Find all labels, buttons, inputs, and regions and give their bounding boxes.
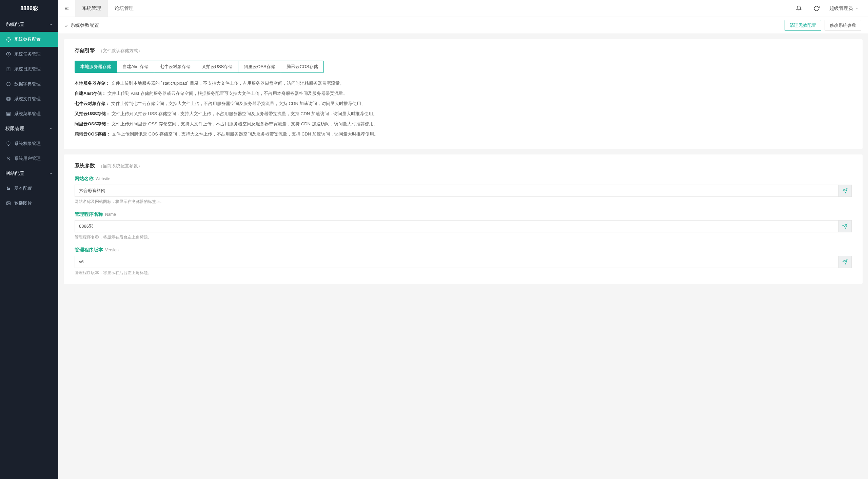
desc-label: 本地服务器存储： bbox=[75, 80, 110, 87]
sidebar-item-label: 系统权限管理 bbox=[14, 141, 41, 147]
storage-engine-card: 存储引擎 （文件默认存储方式） 本地服务器存储自建Alist存储七牛云对象存储又… bbox=[64, 39, 863, 149]
input-submit-button[interactable] bbox=[838, 185, 852, 197]
desc-label: 又拍云USS存储： bbox=[75, 110, 110, 118]
refresh-button[interactable] bbox=[809, 0, 824, 17]
svg-point-21 bbox=[7, 203, 8, 203]
nav-group-header[interactable]: 系统配置 bbox=[0, 17, 58, 32]
input-submit-button[interactable] bbox=[838, 256, 852, 268]
svg-rect-10 bbox=[7, 112, 11, 113]
sidebar-item[interactable]: 数据字典管理 bbox=[0, 77, 58, 91]
notifications-button[interactable] bbox=[791, 0, 806, 17]
nav-group-header[interactable]: 权限管理 bbox=[0, 121, 58, 136]
header-tab[interactable]: 系统管理 bbox=[75, 0, 108, 17]
storage-desc-row: 七牛云对象存储：文件上传到七牛云存储空间，支持大文件上传，不占用服务器空间及服务… bbox=[75, 100, 852, 107]
field-label-en: Name bbox=[105, 212, 116, 217]
user-menu[interactable]: 超级管理员 bbox=[827, 5, 861, 12]
nav-group-title: 权限管理 bbox=[5, 126, 24, 132]
field-label: 网站名称 bbox=[75, 176, 94, 181]
clock-icon bbox=[6, 52, 11, 57]
nav-group-title: 系统配置 bbox=[5, 21, 24, 27]
breadcrumb-current: 系统参数配置 bbox=[71, 22, 99, 28]
svg-rect-12 bbox=[7, 114, 11, 115]
field-help: 管理程序版本，将显示在后台左上角标题。 bbox=[75, 270, 852, 276]
sidebar: 8886彩 系统配置系统参数配置系统任务管理系统日志管理数据字典管理系统文件管理… bbox=[0, 0, 58, 479]
form-group: 管理程序版本Version管理程序版本，将显示在后台左上角标题。 bbox=[75, 247, 852, 276]
doc-icon bbox=[6, 67, 11, 71]
text-input[interactable] bbox=[75, 256, 838, 268]
sidebar-toggle[interactable] bbox=[58, 0, 75, 17]
text-input[interactable] bbox=[75, 220, 838, 232]
storage-subtitle: （文件默认存储方式） bbox=[98, 48, 142, 53]
sidebar-item[interactable]: 系统权限管理 bbox=[0, 136, 58, 151]
menu-icon bbox=[6, 111, 11, 116]
sidebar-item-label: 系统参数配置 bbox=[14, 36, 41, 42]
text-input[interactable] bbox=[75, 185, 838, 197]
desc-text: 文件上传到 Alist 存储的服务器或云存储空间，根据服务配置可支持大文件上传，… bbox=[107, 90, 348, 97]
send-icon bbox=[842, 188, 848, 193]
header: 系统管理论坛管理 超级管理员 bbox=[58, 0, 868, 17]
sidebar-item-label: 数据字典管理 bbox=[14, 81, 41, 87]
folder-icon bbox=[6, 97, 11, 101]
svg-rect-11 bbox=[7, 113, 11, 114]
chevron-up-icon bbox=[49, 127, 53, 131]
menu-collapse-icon bbox=[64, 6, 70, 11]
chevron-up-icon bbox=[49, 171, 53, 175]
sliders-icon bbox=[6, 186, 11, 191]
desc-text: 文件上传到又拍云 USS 存储空间，支持大文件上传，不占用服务器空间及服务器带宽… bbox=[112, 110, 377, 118]
storage-desc-row: 本地服务器存储：文件上传到本地服务器的 `static/upload` 目录，不… bbox=[75, 80, 852, 87]
input-submit-button[interactable] bbox=[838, 220, 852, 232]
breadcrumb-separator: » bbox=[65, 23, 68, 28]
form-group: 网站名称Website网站名称及网站图标，将显示在浏览器的标签上。 bbox=[75, 176, 852, 205]
desc-text: 文件上传到本地服务器的 `static/upload` 目录，不支持大文件上传，… bbox=[111, 80, 344, 87]
desc-text: 文件上传到七牛云存储空间，支持大文件上传，不占用服务器空间及服务器带宽流量，支持… bbox=[111, 100, 366, 107]
send-icon bbox=[842, 224, 848, 229]
sidebar-item[interactable]: 系统日志管理 bbox=[0, 62, 58, 77]
storage-engine-tab[interactable]: 自建Alist存储 bbox=[117, 61, 154, 72]
sidebar-item[interactable]: 轮播图片 bbox=[0, 196, 58, 211]
header-tab[interactable]: 论坛管理 bbox=[108, 0, 140, 17]
sidebar-item-label: 系统菜单管理 bbox=[14, 111, 41, 117]
desc-label: 阿里云OSS存储： bbox=[75, 120, 110, 128]
shield-icon bbox=[6, 141, 11, 146]
sidebar-item[interactable]: 基本配置 bbox=[0, 181, 58, 196]
storage-engine-tab[interactable]: 七牛云对象存储 bbox=[154, 61, 196, 72]
storage-engine-tab[interactable]: 腾讯云COS存储 bbox=[281, 61, 323, 72]
sidebar-item-label: 轮播图片 bbox=[14, 200, 32, 206]
sidebar-item-label: 系统任务管理 bbox=[14, 51, 41, 57]
brand-logo: 8886彩 bbox=[0, 0, 58, 17]
storage-engine-tab[interactable]: 阿里云OSS存储 bbox=[238, 61, 281, 72]
chevron-down-icon bbox=[855, 7, 859, 10]
nav-group-header[interactable]: 网站配置 bbox=[0, 166, 58, 181]
sidebar-item[interactable]: 系统菜单管理 bbox=[0, 106, 58, 121]
sidebar-item-label: 基本配置 bbox=[14, 185, 32, 191]
desc-label: 七牛云对象存储： bbox=[75, 100, 110, 107]
sidebar-item-label: 系统文件管理 bbox=[14, 96, 41, 102]
storage-desc-row: 自建Alist存储：文件上传到 Alist 存储的服务器或云存储空间，根据服务配… bbox=[75, 90, 852, 97]
storage-title: 存储引擎 bbox=[75, 47, 95, 53]
sidebar-item[interactable]: 系统文件管理 bbox=[0, 91, 58, 106]
field-label-en: Website bbox=[96, 176, 110, 181]
sidebar-item-label: 系统日志管理 bbox=[14, 66, 41, 72]
sidebar-item[interactable]: 系统任务管理 bbox=[0, 47, 58, 62]
field-help: 网站名称及网站图标，将显示在浏览器的标签上。 bbox=[75, 199, 852, 205]
clean-config-button[interactable]: 清理无效配置 bbox=[785, 20, 821, 31]
field-label-en: Version bbox=[105, 248, 119, 252]
breadcrumb-bar: » 系统参数配置 清理无效配置 修改系统参数 bbox=[58, 17, 868, 34]
svg-point-0 bbox=[8, 39, 9, 40]
svg-point-19 bbox=[8, 189, 8, 190]
svg-point-13 bbox=[8, 157, 9, 159]
storage-engine-tab[interactable]: 本地服务器存储 bbox=[75, 61, 117, 72]
desc-text: 文件上传到腾讯云 COS 存储空间，支持大文件上传，不占用服务器空间及服务器带宽… bbox=[112, 130, 378, 138]
storage-engine-tab[interactable]: 又拍云USS存储 bbox=[196, 61, 239, 72]
chevron-up-icon bbox=[49, 22, 53, 26]
sidebar-item[interactable]: 系统参数配置 bbox=[0, 32, 58, 47]
storage-desc-row: 腾讯云COS存储：文件上传到腾讯云 COS 存储空间，支持大文件上传，不占用服务… bbox=[75, 130, 852, 138]
edit-params-button[interactable]: 修改系统参数 bbox=[825, 20, 861, 31]
nav-group-title: 网站配置 bbox=[5, 170, 24, 176]
sidebar-item[interactable]: 系统用户管理 bbox=[0, 151, 58, 166]
params-title: 系统参数 bbox=[75, 163, 95, 168]
breadcrumb: » 系统参数配置 bbox=[65, 22, 99, 28]
user-icon bbox=[6, 156, 11, 161]
gear-icon bbox=[6, 37, 11, 42]
refresh-icon bbox=[813, 5, 820, 12]
